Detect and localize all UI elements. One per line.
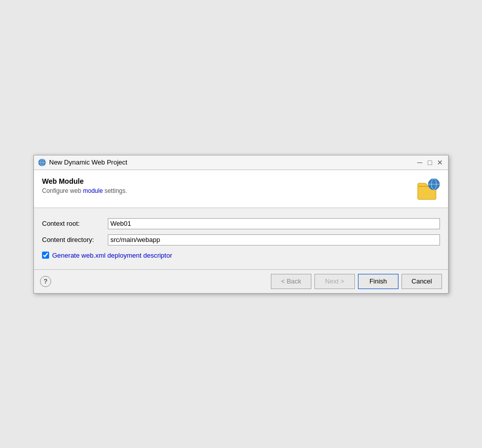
context-root-input[interactable] <box>108 218 440 229</box>
header-text: Web Module Configure web module settings… <box>42 177 410 194</box>
close-button[interactable]: ✕ <box>436 158 444 167</box>
help-button[interactable]: ? <box>40 276 51 287</box>
dialog-content: Web Module Configure web module settings… <box>34 170 448 293</box>
generate-descriptor-row: Generate web.xml deployment descriptor <box>42 252 440 259</box>
content-directory-row: Content directory: <box>42 234 440 246</box>
footer-right: < Back Next > Finish Cancel <box>271 274 442 289</box>
cancel-button[interactable]: Cancel <box>401 274 442 289</box>
title-bar: New Dynamic Web Project ─ □ ✕ <box>34 155 448 170</box>
finish-button[interactable]: Finish <box>358 274 398 289</box>
next-button[interactable]: Next > <box>314 274 355 289</box>
dialog-header: Web Module Configure web module settings… <box>34 170 448 208</box>
dialog-icon <box>38 158 46 167</box>
header-subtitle: Configure web module settings. <box>42 187 410 194</box>
header-subtitle-highlight: module <box>83 187 103 194</box>
dialog-footer: ? < Back Next > Finish Cancel <box>34 269 448 293</box>
header-icon <box>416 177 440 201</box>
generate-descriptor-checkbox[interactable] <box>42 252 49 259</box>
footer-left: ? <box>40 276 51 287</box>
back-button[interactable]: < Back <box>271 274 311 289</box>
header-title: Web Module <box>42 177 410 185</box>
generate-descriptor-label[interactable]: Generate web.xml deployment descriptor <box>52 252 172 259</box>
dialog-title: New Dynamic Web Project <box>49 158 416 166</box>
dialog-body: Context root: Content directory: Generat… <box>34 208 448 269</box>
content-directory-label: Content directory: <box>42 236 108 243</box>
maximize-button[interactable]: □ <box>426 158 434 167</box>
new-dynamic-web-project-dialog: New Dynamic Web Project ─ □ ✕ Web Module… <box>33 155 449 294</box>
window-controls: ─ □ ✕ <box>416 158 444 167</box>
minimize-button[interactable]: ─ <box>416 158 424 167</box>
context-root-label: Context root: <box>42 220 108 227</box>
content-directory-input[interactable] <box>108 234 440 246</box>
context-root-row: Context root: <box>42 218 440 229</box>
